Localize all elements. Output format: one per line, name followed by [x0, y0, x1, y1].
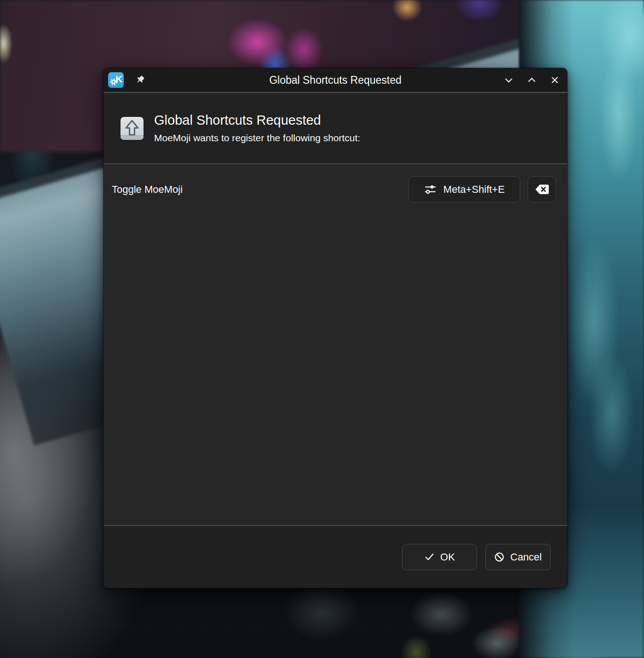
shortcut-key-value: Meta+Shift+E — [443, 184, 505, 196]
window-title: Global Shortcuts Requested — [104, 74, 567, 87]
kde-logo-icon: K — [108, 72, 124, 88]
maximize-button[interactable] — [526, 74, 538, 86]
shortcut-key-button[interactable]: Meta+Shift+E — [408, 176, 520, 202]
header-title: Global Shortcuts Requested — [154, 113, 360, 128]
ok-button[interactable]: OK — [402, 544, 477, 570]
backspace-icon — [535, 184, 549, 195]
pin-button[interactable] — [133, 73, 147, 87]
dialog-content: Toggle MoeMoji Meta+Shift+E — [104, 164, 567, 525]
dialog-footer: OK Cancel — [104, 525, 567, 588]
chevron-up-icon — [526, 75, 537, 86]
cancel-button[interactable]: Cancel — [485, 544, 551, 570]
clear-shortcut-button[interactable] — [528, 176, 556, 202]
dialog-header: Global Shortcuts Requested MoeMoji wants… — [104, 93, 567, 164]
shift-key-icon — [120, 116, 144, 140]
header-subtitle: MoeMoji wants to register the following … — [154, 133, 360, 144]
shortcut-action-label: Toggle MoeMoji — [112, 184, 183, 196]
checkmark-icon — [424, 552, 435, 562]
window-controls — [503, 74, 561, 86]
pin-icon — [132, 72, 149, 89]
shortcut-controls: Meta+Shift+E — [408, 176, 556, 202]
prohibition-icon — [494, 552, 505, 562]
svg-text:K: K — [115, 74, 122, 84]
shortcut-row: Toggle MoeMoji Meta+Shift+E — [112, 176, 556, 202]
close-icon — [549, 75, 560, 86]
sliders-icon — [424, 183, 437, 196]
close-button[interactable] — [549, 74, 561, 86]
titlebar[interactable]: K Global Shortcuts Requested — [104, 68, 567, 93]
cancel-label: Cancel — [510, 551, 541, 563]
minimize-button[interactable] — [503, 74, 515, 86]
ok-label: OK — [440, 551, 455, 563]
global-shortcuts-dialog: K Global Shortcuts Requested — [104, 68, 567, 588]
chevron-down-icon — [503, 75, 514, 86]
